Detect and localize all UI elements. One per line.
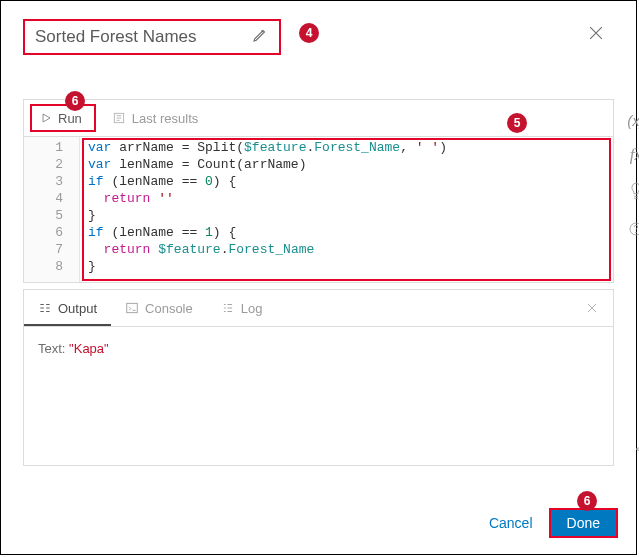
last-results-label: Last results bbox=[132, 111, 198, 126]
callout-5: 5 bbox=[507, 113, 527, 133]
results-tabs: Output Console Log bbox=[24, 290, 613, 327]
callout-4: 4 bbox=[299, 23, 319, 43]
tab-output-label: Output bbox=[58, 301, 97, 316]
functions-icon[interactable]: fx bbox=[630, 145, 639, 165]
results-panel: Output Console Log Text: "Kapa" << bbox=[23, 289, 614, 466]
code-editor[interactable]: 1 2 3 4 5 6 7 8 var arrName = Split($fea… bbox=[24, 137, 613, 282]
done-button[interactable]: Done bbox=[549, 508, 618, 538]
tab-log-label: Log bbox=[241, 301, 263, 316]
svg-rect-3 bbox=[127, 303, 138, 312]
code-area[interactable]: var arrName = Split($feature.Forest_Name… bbox=[80, 137, 613, 282]
close-dialog-button[interactable] bbox=[586, 23, 606, 47]
suggestions-icon[interactable] bbox=[628, 181, 639, 205]
globals-icon[interactable]: (x) bbox=[627, 112, 639, 129]
results-body: Text: "Kapa" bbox=[24, 327, 613, 465]
code-text[interactable]: var arrName = Split($feature.Forest_Name… bbox=[80, 137, 613, 277]
last-results-button[interactable]: Last results bbox=[104, 100, 206, 136]
edit-title-icon[interactable] bbox=[251, 26, 269, 48]
dialog-footer: Cancel Done bbox=[473, 508, 618, 538]
run-button[interactable]: Run bbox=[30, 104, 96, 132]
result-text-label: Text: bbox=[38, 341, 65, 356]
callout-6-done: 6 bbox=[577, 491, 597, 511]
collapse-rail-icon[interactable]: << bbox=[635, 440, 639, 457]
tab-log[interactable]: Log bbox=[207, 290, 277, 326]
run-button-label: Run bbox=[58, 111, 82, 126]
help-icon[interactable] bbox=[628, 221, 639, 241]
results-close-button[interactable] bbox=[571, 290, 613, 326]
editor-side-rail: (x) fx bbox=[621, 112, 639, 241]
line-number-gutter: 1 2 3 4 5 6 7 8 bbox=[24, 137, 80, 282]
expression-title-box[interactable]: Sorted Forest Names bbox=[23, 19, 281, 55]
svg-point-1 bbox=[630, 223, 639, 235]
svg-point-2 bbox=[636, 232, 637, 233]
tab-output[interactable]: Output bbox=[24, 290, 111, 326]
expression-title: Sorted Forest Names bbox=[35, 27, 251, 47]
expression-editor-dialog: 4 6 5 6 Sorted Forest Names Run Last re bbox=[0, 0, 637, 555]
result-text-value: "Kapa" bbox=[69, 341, 109, 356]
dialog-content: 4 6 5 6 Sorted Forest Names Run Last re bbox=[1, 1, 636, 466]
cancel-button[interactable]: Cancel bbox=[473, 508, 549, 538]
tab-console-label: Console bbox=[145, 301, 193, 316]
callout-6-run: 6 bbox=[65, 91, 85, 111]
tab-console[interactable]: Console bbox=[111, 290, 207, 326]
